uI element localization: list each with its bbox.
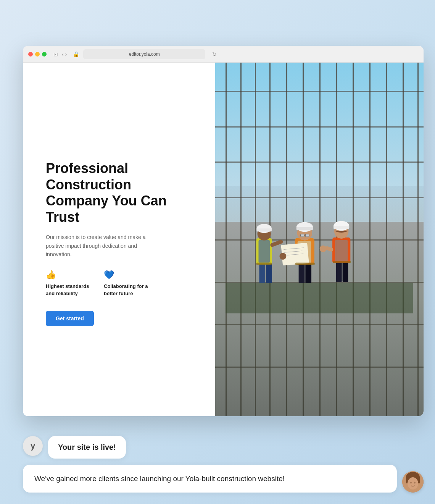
nav-arrows: ‹ › bbox=[62, 51, 67, 57]
website-content: Professional Construction Company You Ca… bbox=[23, 63, 424, 416]
hero-subtitle: Our mission is to create value and make … bbox=[46, 233, 153, 258]
feature-label-standards: Highest standards and reliability bbox=[46, 283, 92, 297]
thumbsup-icon: 👍 bbox=[46, 270, 92, 280]
hero-title: Professional Construction Company You Ca… bbox=[46, 160, 196, 225]
svg-point-40 bbox=[410, 482, 412, 484]
svg-rect-34 bbox=[333, 261, 351, 263]
svg-rect-9 bbox=[299, 263, 305, 283]
chat-bubble-1: Your site is live! bbox=[48, 436, 126, 459]
svg-point-41 bbox=[414, 482, 416, 484]
svg-point-6 bbox=[257, 224, 272, 233]
chat-bubble-2: We've gained more clients since launchin… bbox=[23, 465, 397, 493]
svg-rect-0 bbox=[226, 283, 413, 313]
svg-rect-7 bbox=[257, 229, 272, 232]
heart-icon: 💙 bbox=[104, 270, 150, 280]
chat-row-1: y Your site is live! bbox=[23, 436, 424, 459]
features-row: 👍 Highest standards and reliability 💙 Co… bbox=[46, 270, 196, 297]
svg-rect-35 bbox=[256, 263, 272, 265]
svg-rect-33 bbox=[295, 263, 315, 265]
sidebar-toggle-icon[interactable]: ⊡ bbox=[53, 51, 58, 57]
user-avatar bbox=[402, 471, 424, 493]
get-started-button[interactable]: Get started bbox=[46, 311, 94, 326]
svg-rect-25 bbox=[343, 262, 348, 282]
close-button[interactable] bbox=[28, 52, 33, 57]
browser-window: ⊡ ‹ › 🔒 editor.yola.com ↻ Professional C… bbox=[23, 46, 424, 416]
feature-item-collaborating: 💙 Collaborating for a better future bbox=[104, 270, 150, 297]
back-button[interactable]: ‹ bbox=[62, 51, 64, 57]
svg-rect-17 bbox=[306, 234, 309, 237]
hero-left: Professional Construction Company You Ca… bbox=[23, 63, 215, 416]
minimize-button[interactable] bbox=[35, 52, 40, 57]
svg-rect-16 bbox=[301, 234, 304, 237]
refresh-button[interactable]: ↻ bbox=[212, 51, 217, 57]
chat-message-2: We've gained more clients since launchin… bbox=[34, 475, 285, 483]
svg-rect-1 bbox=[259, 263, 266, 283]
yola-avatar: y bbox=[23, 436, 43, 456]
feature-label-collaborating: Collaborating for a better future bbox=[104, 283, 150, 297]
chat-section: y Your site is live! We've gained more c… bbox=[23, 436, 424, 493]
svg-point-32 bbox=[320, 246, 327, 252]
svg-rect-30 bbox=[334, 226, 349, 229]
url-text: editor.yola.com bbox=[129, 52, 160, 57]
chat-message-1: Your site is live! bbox=[58, 443, 116, 451]
forward-button[interactable]: › bbox=[65, 51, 67, 57]
address-bar[interactable]: editor.yola.com bbox=[83, 49, 205, 59]
hero-image bbox=[215, 63, 424, 416]
browser-toolbar: ⊡ ‹ › 🔒 editor.yola.com ↻ bbox=[23, 46, 424, 63]
svg-rect-2 bbox=[266, 263, 272, 283]
svg-point-39 bbox=[408, 477, 418, 489]
worker-figures bbox=[226, 133, 413, 381]
svg-rect-27 bbox=[335, 240, 348, 261]
svg-rect-15 bbox=[296, 227, 313, 230]
traffic-lights bbox=[28, 52, 47, 57]
maximize-button[interactable] bbox=[42, 52, 47, 57]
svg-rect-24 bbox=[336, 262, 342, 282]
chat-row-2: We've gained more clients since launchin… bbox=[23, 465, 424, 493]
security-icon: 🔒 bbox=[73, 51, 79, 57]
svg-rect-4 bbox=[259, 240, 270, 263]
svg-point-23 bbox=[280, 253, 287, 260]
feature-item-standards: 👍 Highest standards and reliability bbox=[46, 270, 92, 297]
svg-rect-10 bbox=[306, 263, 312, 283]
